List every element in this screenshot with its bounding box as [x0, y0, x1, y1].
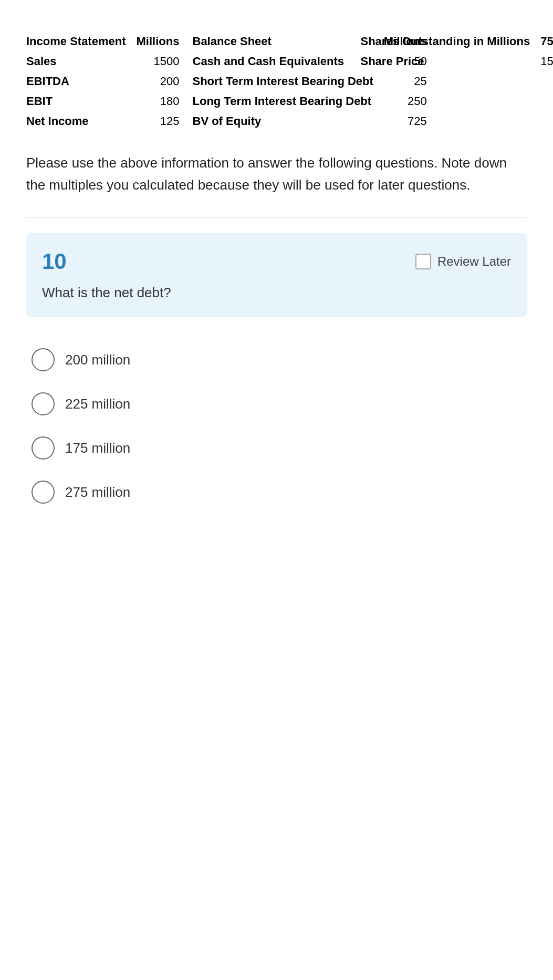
question-text: What is the net debt?	[42, 285, 511, 301]
answer-options-list: 200 million 225 million 175 million 275 …	[26, 338, 527, 514]
answer-option-4[interactable]: 275 million	[26, 470, 527, 514]
st-debt-label: Short Term Interest Bearing Debt	[193, 71, 384, 91]
lt-debt-label: Long Term Interest Bearing Debt	[193, 91, 384, 111]
radio-option-1[interactable]	[32, 348, 55, 371]
share-price-label: Share Price	[361, 51, 541, 71]
radio-option-2[interactable]	[32, 392, 55, 415]
answer-label-3: 175 million	[65, 440, 130, 456]
answer-label-2: 225 million	[65, 396, 130, 412]
net-income-label: Net Income	[26, 111, 137, 131]
shares-header-value: 75	[540, 32, 553, 51]
review-later-label: Review Later	[437, 254, 511, 269]
page-container: Income Statement Millions Sales 1500 EBI…	[26, 21, 527, 525]
review-later-container[interactable]: Review Later	[415, 254, 511, 269]
sales-value: 1500	[137, 51, 195, 71]
shares-section: Shares Outstanding in Millions 75 Share …	[361, 32, 527, 131]
ebit-label: EBIT	[26, 91, 137, 111]
ebitda-label: EBITDA	[26, 71, 137, 91]
divider	[26, 217, 527, 217]
answer-label-4: 275 million	[65, 484, 130, 501]
bv-equity-label: BV of Equity	[193, 111, 384, 131]
income-statement-section: Income Statement Millions Sales 1500 EBI…	[26, 32, 193, 131]
review-later-checkbox[interactable]	[415, 254, 431, 269]
sales-label: Sales	[26, 51, 137, 71]
ebit-value: 180	[137, 91, 195, 111]
radio-option-4[interactable]	[32, 481, 55, 504]
description-text: Please use the above information to answ…	[26, 152, 527, 196]
cash-label: Cash and Cash Equivalents	[193, 51, 384, 71]
answer-option-2[interactable]: 225 million	[26, 382, 527, 426]
question-card: 10 Review Later What is the net debt?	[26, 233, 527, 317]
answer-option-1[interactable]: 200 million	[26, 338, 527, 382]
net-income-value: 125	[137, 111, 195, 131]
answer-option-3[interactable]: 175 million	[26, 426, 527, 470]
share-price-value: 15	[540, 51, 553, 71]
shares-header: Shares Outstanding in Millions	[361, 32, 541, 51]
income-statement-millions-label: Millions	[137, 32, 195, 51]
question-header: 10 Review Later	[42, 249, 511, 274]
ebitda-value: 200	[137, 71, 195, 91]
radio-option-3[interactable]	[32, 436, 55, 460]
income-statement-header: Income Statement	[26, 32, 137, 51]
question-number: 10	[42, 249, 67, 274]
balance-sheet-header: Balance Sheet	[193, 32, 384, 51]
answer-label-1: 200 million	[65, 352, 130, 368]
financial-tables: Income Statement Millions Sales 1500 EBI…	[26, 32, 527, 131]
balance-sheet-section: Balance Sheet Millions Cash and Cash Equ…	[193, 32, 361, 131]
